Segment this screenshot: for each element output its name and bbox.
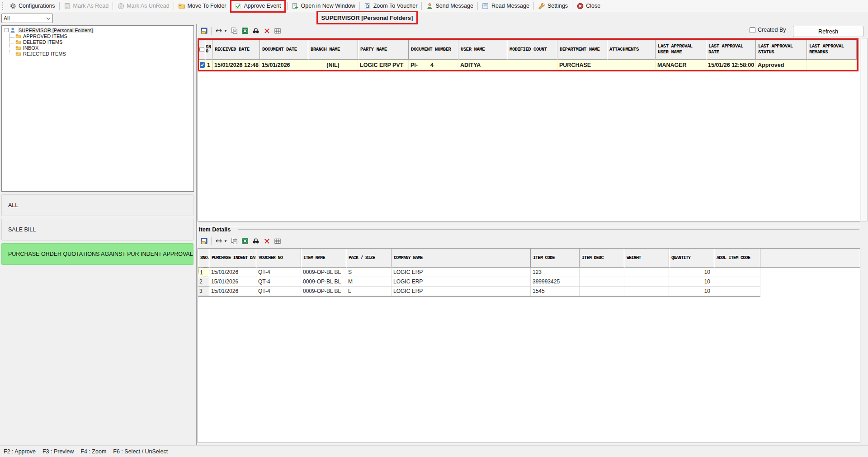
item-row[interactable]: 3 15/01/2026 QT-4 0009-OP-BL BL L LOGIC … xyxy=(198,287,760,296)
tree-root-label: SUPERVISOR [Personal Folders] xyxy=(18,28,94,33)
cell-pack-size: S xyxy=(346,268,392,277)
column-header-last-approval-status[interactable]: LAST APPROVAL STATUS xyxy=(756,39,807,60)
column-header-addl-item-code[interactable]: ADDL ITEM CODE xyxy=(714,249,760,268)
column-header-department-name[interactable]: DEPARTMENT NAME xyxy=(557,39,607,60)
column-header-attachments[interactable]: ATTACHMENTS xyxy=(607,39,656,60)
column-header-user-name[interactable]: USER NAME xyxy=(458,39,507,60)
layout-icon[interactable] xyxy=(200,27,208,35)
column-header-item-desc[interactable]: ITEM DESC xyxy=(580,249,624,268)
refresh-button[interactable]: Refresh xyxy=(793,26,863,37)
page-arrow-icon xyxy=(292,2,299,9)
events-grid-horizontal-scrollbar[interactable] xyxy=(198,222,860,226)
column-header-modified-count[interactable]: MODIFIED COUNT xyxy=(507,39,557,60)
column-header-sno[interactable]: SNO xyxy=(205,39,212,60)
toolbar-button-open-in-new-window[interactable]: Open in New Window xyxy=(288,1,359,11)
column-header-sno[interactable]: SNO. xyxy=(198,249,209,268)
cell-last-approval-date: 15/01/26 12:58:00 xyxy=(706,60,756,70)
cell-item-desc xyxy=(580,268,624,277)
excel-export-icon[interactable] xyxy=(241,237,249,245)
column-header-company-name[interactable]: COMPANY NAME xyxy=(392,249,531,268)
cell-addl-item-code xyxy=(714,287,760,296)
status-hint-f3: F3 : Preview xyxy=(42,448,74,455)
grid-icon[interactable] xyxy=(274,27,282,35)
toolbar-button-zoom-to-voucher[interactable]: Zoom To Voucher xyxy=(361,1,421,11)
cell-item-code: 123 xyxy=(531,268,580,277)
resize-columns-icon[interactable] xyxy=(215,27,222,35)
column-header-item-code[interactable]: ITEM CODE xyxy=(531,249,580,268)
select-all-checkbox[interactable] xyxy=(199,47,204,52)
grid-icon[interactable] xyxy=(274,237,282,245)
events-grid-vertical-scrollbar[interactable] xyxy=(861,38,868,221)
column-header-party-name[interactable]: PARTY NAME xyxy=(358,39,409,60)
created-by-checkbox-group[interactable]: Created By xyxy=(750,27,786,33)
panel-splitter[interactable] xyxy=(196,24,197,445)
cell-purchase-indent-date: 15/01/2026 xyxy=(209,268,256,277)
toolbar-button-close[interactable]: Close xyxy=(573,1,604,11)
folder-icon xyxy=(15,51,22,57)
item-row[interactable]: 2 15/01/2026 QT-4 0009-OP-BL BL M LOGIC … xyxy=(198,277,760,287)
toolbar-button-send-message[interactable]: Send Message xyxy=(423,1,476,11)
tree-item-deleted-items[interactable]: DELETED ITEMS xyxy=(3,39,193,45)
column-header-last-approval-remarks[interactable]: LAST APPROVAL REMARKS xyxy=(807,39,857,60)
toolbar-button-mark-as-read[interactable]: Mark As Read xyxy=(61,1,112,11)
column-header-purchase-indent-date[interactable]: PURCHASE INDENT DATE xyxy=(209,249,256,268)
category-button-purchase-order-quotations[interactable]: PURCHASE ORDER QUOTATIONS AGAINST PUR IN… xyxy=(1,243,193,265)
column-header-document-number[interactable]: DOCUMENT NUMBER xyxy=(409,39,458,60)
resize-columns-icon[interactable] xyxy=(215,237,222,245)
column-header-item-name[interactable]: ITEM NAME xyxy=(301,249,346,268)
row-checkbox-cell xyxy=(198,60,205,70)
tree-connector xyxy=(9,38,14,43)
event-row[interactable]: 1 15/01/2026 12:48 15/01/2026 (NIL) LOGI… xyxy=(198,60,857,70)
column-header-pack-size[interactable]: PACK / SIZE xyxy=(346,249,392,268)
column-header-received-date[interactable]: RECEIVED DATE xyxy=(212,39,260,60)
cell-quantity: 10 xyxy=(669,277,714,287)
cell-purchase-indent-date: 15/01/2026 xyxy=(209,287,256,296)
created-by-checkbox[interactable] xyxy=(750,27,755,33)
toolbar-button-configurations[interactable]: Configurations xyxy=(6,1,58,11)
column-header-document-date[interactable]: DOCUMENT DATE xyxy=(260,39,308,60)
column-header-last-approval-user-name[interactable]: LAST APPROVAL USER NAME xyxy=(656,39,706,60)
toolbar-button-approve-event[interactable]: Approve Event xyxy=(231,1,284,11)
category-button-all[interactable]: ALL xyxy=(1,194,193,216)
column-header-voucher-no[interactable]: VOUCHER NO xyxy=(256,249,301,268)
find-icon[interactable] xyxy=(252,237,260,245)
delete-icon[interactable] xyxy=(263,237,271,245)
delete-icon[interactable] xyxy=(263,27,271,35)
tree-item-inbox[interactable]: INBOX xyxy=(3,45,193,51)
column-header-weight[interactable]: WEIGHT xyxy=(624,249,669,268)
page-zoom-icon xyxy=(364,2,371,9)
toolbar-label: Zoom To Voucher xyxy=(373,3,418,9)
cell-sno: 1 xyxy=(205,60,212,70)
item-details-toolbar: ▼ xyxy=(200,236,282,246)
toolbar-grip[interactable] xyxy=(2,2,4,10)
toolbar-button-move-to-folder[interactable]: Move To Folder xyxy=(175,1,230,11)
copy-icon[interactable] xyxy=(231,27,238,35)
toolbar-button-read-message[interactable]: Read Message xyxy=(479,1,533,11)
chevron-down-icon[interactable]: ▼ xyxy=(224,29,227,33)
find-icon[interactable] xyxy=(252,27,260,35)
column-header-quantity[interactable]: QUANTITY xyxy=(669,249,714,268)
column-header-last-approval-date[interactable]: LAST APPROVAL DATE xyxy=(706,39,756,60)
tree-item-rejected-items[interactable]: REJECTED ITEMS xyxy=(3,51,193,57)
cell-weight xyxy=(624,287,669,296)
collapse-icon[interactable] xyxy=(5,28,9,32)
row-checkbox[interactable] xyxy=(200,62,205,68)
copy-icon[interactable] xyxy=(231,237,238,245)
toolbar-separator xyxy=(174,2,174,10)
person-icon xyxy=(426,2,433,9)
toolbar-separator xyxy=(359,2,360,10)
events-grid: SNO RECEIVED DATE DOCUMENT DATE BRANCH N… xyxy=(198,39,857,70)
tree-root-supervisor[interactable]: SUPERVISOR [Personal Folders] xyxy=(3,27,193,33)
chevron-down-icon[interactable]: ▼ xyxy=(224,239,227,243)
excel-export-icon[interactable] xyxy=(241,27,249,35)
cell-addl-item-code xyxy=(714,268,760,277)
status-hint-f2: F2 : Approve xyxy=(4,448,36,455)
toolbar-button-mark-as-unread[interactable]: Mark As UnRead xyxy=(114,1,172,11)
item-row[interactable]: 1 15/01/2026 QT-4 0009-OP-BL BL S LOGIC … xyxy=(198,268,760,277)
layout-icon[interactable] xyxy=(200,237,208,245)
column-header-branch-name[interactable]: BRANCH NAME xyxy=(308,39,358,60)
category-button-sale-bill[interactable]: SALE BILL xyxy=(1,219,193,240)
folder-filter-dropdown[interactable]: All xyxy=(1,14,53,23)
tree-item-approved-items[interactable]: APPROVED ITEMS xyxy=(3,33,193,39)
toolbar-button-settings[interactable]: Settings xyxy=(535,1,571,11)
